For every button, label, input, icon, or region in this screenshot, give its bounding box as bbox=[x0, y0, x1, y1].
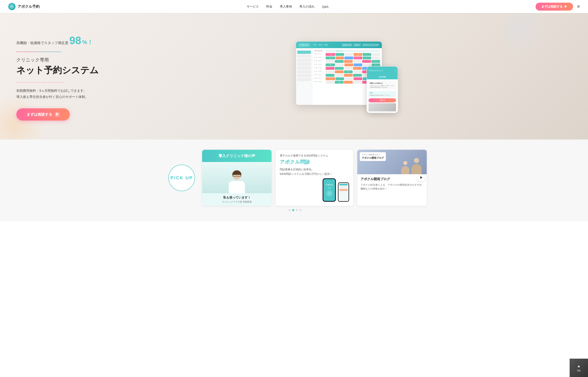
carousel-dot-1[interactable] bbox=[289, 209, 291, 211]
card-testimonial-body bbox=[202, 162, 271, 193]
hero-cta-label: まずは相談する bbox=[26, 112, 52, 117]
hero-underline bbox=[16, 52, 61, 52]
blog-person-1 bbox=[410, 158, 423, 174]
blog-person-2 bbox=[400, 161, 410, 174]
blog-badge: アポクル開発部の日々 アポクル開発ブログ bbox=[360, 152, 386, 161]
card-quote-text: 私も使っています！ bbox=[205, 196, 268, 200]
phone-clinic-image bbox=[368, 103, 396, 111]
card-testimonial: 導入クリニック様の声 bbox=[202, 150, 271, 206]
consul-phone-1: アポクル 問診 + bbox=[323, 178, 336, 202]
card-blog-image: アポクル開発部の日々 アポクル開発ブログ bbox=[357, 150, 427, 174]
carousel-dots bbox=[12, 209, 576, 211]
header: アポクル予約 サービス 料金 導入事例 導入の流れ Q&A まずは相談する ▶ … bbox=[0, 0, 588, 13]
header-cta-button[interactable]: まずは相談する ▶ bbox=[536, 3, 573, 11]
hero-subtitle: クリニック専用 bbox=[16, 57, 118, 63]
hero-title: ネット予約システム bbox=[16, 64, 118, 76]
phone-mockup: アポクルクリニック ≡ WEB予約 当院からのお知らせ アポクルクリニック予約サ… bbox=[367, 66, 398, 113]
hero-stat: 高機能・低価格でスタッフ満足度 98 %！ bbox=[16, 32, 118, 49]
carousel-dot-3[interactable] bbox=[296, 209, 298, 211]
card-consul-phones: アポクル 問診 + bbox=[280, 178, 349, 202]
card-testimonial-header: 導入クリニック様の声 bbox=[202, 150, 271, 162]
pickup-cards: 導入クリニック様の声 bbox=[202, 150, 427, 206]
hero-content: 高機能・低価格でスタッフ満足度 98 %！ クリニック専用 ネット予約システム … bbox=[16, 32, 118, 120]
header-actions: まずは相談する ▶ ≡ bbox=[536, 3, 580, 11]
hero-section: 高機能・低価格でスタッフ満足度 98 %！ クリニック専用 ネット予約システム … bbox=[0, 13, 588, 140]
hero-dots-decoration bbox=[16, 82, 65, 83]
phone-header: アポクルクリニック ≡ bbox=[367, 67, 398, 75]
phone-dept-label: 内科 bbox=[370, 92, 395, 94]
header-cta-arrow: ▶ bbox=[564, 5, 567, 9]
hero-description: 初期費用無料・3ヵ月間無料でお試しできます。 導入後も専任担当者が付く安心のサポ… bbox=[16, 88, 118, 100]
nav-cases[interactable]: 導入事例 bbox=[280, 5, 292, 9]
hero-desc-line2: 導入後も専任担当者が付く安心のサポート体制。 bbox=[16, 95, 88, 98]
card-blog-desc: アポクル担当者による、アポクルの開発状況やおすすめ機能などの情報を紹介！ bbox=[361, 183, 423, 191]
hero-mockup-area: アポクル 予約 患者 問診 お知らせ▼ 設定▼ テストクリニック▼ bbox=[118, 42, 572, 111]
card-testimonial-title: 導入クリニック様の声 bbox=[219, 154, 255, 158]
hero-desc-line1: 初期費用無料・3ヵ月間無料でお試しできます。 bbox=[16, 89, 87, 93]
card-consultation: 電子カルテ連携できるWEB問診システム アポクル問診 問診業務を圧倒的に効率化。… bbox=[276, 150, 353, 206]
card-consul-tag: 電子カルテ連携できるWEB問診システム bbox=[280, 154, 349, 157]
nav-price[interactable]: 料金 bbox=[266, 5, 272, 9]
hero-cta-button[interactable]: まずは相談する ▶ bbox=[16, 108, 70, 120]
logo[interactable]: アポクル予約 bbox=[8, 3, 40, 10]
tablet-sidebar bbox=[296, 48, 312, 105]
pickup-label-area: PICK UP bbox=[161, 150, 202, 206]
card-blog: アポクル開発部の日々 アポクル開発ブログ アポクル開発ブログ アポクル担当者によ… bbox=[357, 150, 427, 206]
pickup-circle: PICK UP bbox=[169, 165, 195, 191]
blog-badge-label: アポクル開発部の日々 bbox=[362, 153, 384, 156]
hero-stat-prefix: 高機能・低価格でスタッフ満足度 bbox=[16, 41, 68, 45]
card-clinic-name: クリニックフラウ栄 宮島院長 bbox=[205, 200, 268, 203]
hero-stat-number: 98 bbox=[69, 35, 81, 46]
card-blog-content: アポクル開発ブログ アポクル担当者による、アポクルの開発状況やおすすめ機能などの… bbox=[357, 174, 427, 194]
hamburger-menu-icon[interactable]: ≡ bbox=[577, 4, 580, 9]
consul-phone-2 bbox=[338, 182, 349, 202]
hero-stat-percent: %！ bbox=[82, 39, 93, 45]
testimonial-person-area bbox=[202, 162, 271, 193]
phone-notice-title: 当院からのお知らせ bbox=[370, 82, 395, 84]
nav-service[interactable]: サービス bbox=[247, 5, 259, 9]
main-nav: サービス 料金 導入事例 導入の流れ Q&A bbox=[247, 5, 329, 9]
carousel-dot-4[interactable] bbox=[299, 209, 302, 211]
pickup-label: PICK UP bbox=[171, 175, 193, 181]
card-consul-desc: 問診業務を圧倒的に効率化。WEB問診システムを月額1万円からご提供！ bbox=[280, 167, 349, 176]
card-blog-title: アポクル開発ブログ bbox=[361, 177, 423, 181]
card-testimonial-quote: 私も使っています！ クリニックフラウ栄 宮島院長 bbox=[202, 193, 271, 206]
phone-notice-text: アポクルクリニック予約サイトです。ただいまWEB予約を受付けております。 bbox=[370, 85, 395, 88]
carousel-next-arrow[interactable]: ▶ bbox=[418, 174, 425, 182]
logo-icon bbox=[8, 3, 15, 10]
phone-reserve-button[interactable]: 予約する bbox=[368, 98, 396, 102]
card-consul-title: アポクル問診 bbox=[280, 159, 349, 165]
phone-web-reserve: WEB予約 bbox=[368, 76, 396, 78]
pickup-section: PICK UP 導入クリニック様の声 bbox=[0, 140, 588, 221]
logo-text: アポクル予約 bbox=[18, 4, 40, 9]
tablet-header: アポクル 予約 患者 問診 お知らせ▼ 設定▼ テストクリニック▼ bbox=[296, 42, 382, 48]
nav-qa[interactable]: Q&A bbox=[322, 5, 329, 8]
person-silhouette bbox=[225, 169, 249, 193]
phone-body: 当院からのお知らせ アポクルクリニック予約サイトです。ただいまWEB予約を受付け… bbox=[367, 79, 398, 113]
phone-notice: 当院からのお知らせ アポクルクリニック予約サイトです。ただいまWEB予約を受付け… bbox=[368, 81, 396, 90]
carousel-dot-2[interactable] bbox=[292, 209, 294, 211]
header-cta-label: まずは相談する bbox=[541, 5, 563, 9]
phone-dept-section: 内科 診療時間や担当医を選択してください bbox=[368, 91, 396, 97]
nav-flow[interactable]: 導入の流れ bbox=[299, 5, 315, 9]
pickup-inner: PICK UP 導入クリニック様の声 bbox=[161, 150, 427, 206]
hero-cta-arrow: ▶ bbox=[55, 112, 60, 117]
